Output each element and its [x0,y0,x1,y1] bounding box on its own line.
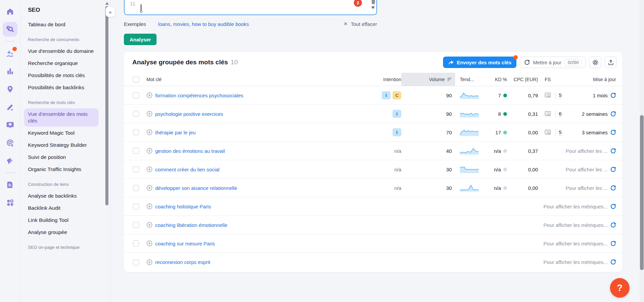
sidebar-item[interactable]: Backlink Audit [24,202,99,214]
column-header-keyword[interactable]: Mot clé [144,73,354,86]
analytics-bars-icon[interactable] [3,64,18,79]
update-metrics-button[interactable]: Mettre à jour 0/250 [520,57,586,68]
keyword-link[interactable]: coaching sur mesure Paris [155,241,215,246]
menu-scrollbar[interactable] [105,0,108,302]
sidebar-item[interactable]: Link Building Tool [24,214,99,226]
row-checkbox[interactable] [133,240,139,246]
scroll-up-arrow-icon[interactable] [105,2,109,5]
refresh-row-button[interactable] [610,111,616,117]
refresh-row-button[interactable] [610,148,616,154]
keyword-link[interactable]: reconnexion corps esprit [155,259,210,265]
send-keywords-button[interactable]: Envoyer des mots clés [443,57,517,68]
row-checkbox[interactable] [133,129,139,135]
page-scrollbar-thumb[interactable] [640,115,644,270]
row-checkbox[interactable] [133,259,139,265]
location-pin-icon[interactable] [3,82,18,97]
sidebar-item[interactable]: Possibilités de backlinks [24,82,99,93]
examples-row: Exemples loans, movies, how to buy audib… [124,21,377,27]
menu-heading: SEO [24,7,99,13]
social-heart-icon[interactable] [3,118,18,132]
cpc-value: 0,00 [528,167,538,172]
sidebar-item[interactable]: Analyse groupée [24,227,99,238]
row-checkbox[interactable] [133,166,139,172]
column-header-trend[interactable]: Tend... [455,73,479,86]
home-icon[interactable] [3,4,18,19]
column-header-volume[interactable]: Volume [401,73,455,86]
add-keyword-icon[interactable] [146,148,152,154]
row-checkbox[interactable] [133,92,139,98]
clear-all-button[interactable]: ✕ Tout effacer [343,21,377,27]
serp-features-button[interactable] [545,111,552,117]
refresh-row-button[interactable] [610,204,616,209]
sidebar-item[interactable]: Keyword Strategy Builder [24,139,99,151]
keyword-link[interactable]: développer son aisance relationnelle [155,185,237,191]
add-keyword-icon[interactable] [146,92,152,98]
refresh-row-button[interactable] [610,222,616,228]
keyword-link[interactable]: coaching holistique Paris [155,204,211,209]
sidebar-item[interactable]: Keyword Magic Tool [24,127,99,139]
refresh-row-button[interactable] [610,130,616,135]
serp-features-button[interactable] [545,93,552,98]
keyword-link[interactable]: coaching libération émotionnelle [155,222,227,228]
fs-count-link[interactable]: 6 [559,111,562,117]
sidebar-collapse-button[interactable]: « [106,7,115,17]
help-button[interactable]: ? [610,278,630,298]
scroll-down-arrow-icon[interactable] [371,6,375,9]
page-scrollbar[interactable] [640,0,644,302]
row-checkbox[interactable] [133,148,139,154]
select-all-checkbox[interactable] [133,76,139,82]
refresh-row-button[interactable] [610,167,616,172]
seo-toolkit-icon[interactable] [3,22,18,37]
keyword-link[interactable]: formation compétences psychosociales [155,93,243,98]
keyword-link[interactable]: thérapie par le jeu [155,130,196,135]
sidebar-item[interactable]: Vue d'ensemble du domaine [24,45,99,57]
report-document-icon[interactable] [3,177,18,192]
sidebar-item[interactable]: Possibilités de mots clés [24,70,99,81]
traffic-click-icon[interactable] [3,135,18,150]
advertising-megaphone-icon[interactable] [3,153,18,168]
sidebar-item[interactable]: Organic Traffic Insights [24,164,99,175]
sidebar-item[interactable]: Vue d'ensemble des mots clés [24,108,99,127]
add-keyword-icon[interactable] [146,222,152,228]
row-checkbox[interactable] [133,203,139,209]
column-header-cpc[interactable]: CPC (EUR) [507,73,539,86]
row-checkbox[interactable] [133,185,139,191]
keyword-link[interactable]: psychologie positive exercices [155,111,223,117]
examples-link[interactable]: loans, movies, how to buy audible books [158,21,249,27]
add-keyword-icon[interactable] [146,166,152,172]
fs-count-link[interactable]: 5 [559,129,562,136]
column-header-kd[interactable]: KD % [479,73,507,86]
keyword-link[interactable]: comment créer du lien social [155,167,219,172]
sidebar-item[interactable]: Recherche organique [24,58,99,69]
add-keyword-icon[interactable] [146,111,152,117]
refresh-row-button[interactable] [610,185,616,191]
refresh-row-button[interactable] [610,93,616,98]
sidebar-item[interactable]: Tableau de bord [24,19,99,30]
apps-grid-icon[interactable] [3,195,18,210]
column-header-fs[interactable]: FS [539,73,570,86]
serp-features-button[interactable] [545,130,552,135]
analyze-button[interactable]: Analyser [124,34,157,45]
keyword-list-input[interactable]: 10. thérapie par le jeu 11. 2 [124,0,377,15]
export-button[interactable] [605,57,617,68]
row-checkbox[interactable] [133,111,139,117]
add-keyword-icon[interactable] [146,240,152,246]
add-keyword-icon[interactable] [146,129,152,135]
ai-sparkles-icon[interactable] [3,46,18,61]
settings-button[interactable] [589,57,601,68]
fs-count-link[interactable]: 5 [559,92,562,99]
keyword-link[interactable]: gestion des émotions au travail [155,148,225,154]
column-header-intention[interactable]: Intention [354,73,401,86]
row-checkbox[interactable] [133,222,139,228]
column-header-updated[interactable]: Mise à jour [570,73,622,86]
sidebar-item[interactable]: Analyse de backlinks [24,190,99,202]
content-pencil-icon[interactable] [3,100,18,114]
sidebar-item[interactable]: Suivi de position [24,152,99,163]
add-keyword-icon[interactable] [146,203,152,209]
textarea-scrollbar-thumb[interactable] [372,0,375,4]
refresh-row-button[interactable] [610,259,616,265]
menu-scrollbar-thumb[interactable] [105,6,108,205]
add-keyword-icon[interactable] [146,185,152,191]
add-keyword-icon[interactable] [146,259,152,265]
refresh-row-button[interactable] [610,241,616,246]
